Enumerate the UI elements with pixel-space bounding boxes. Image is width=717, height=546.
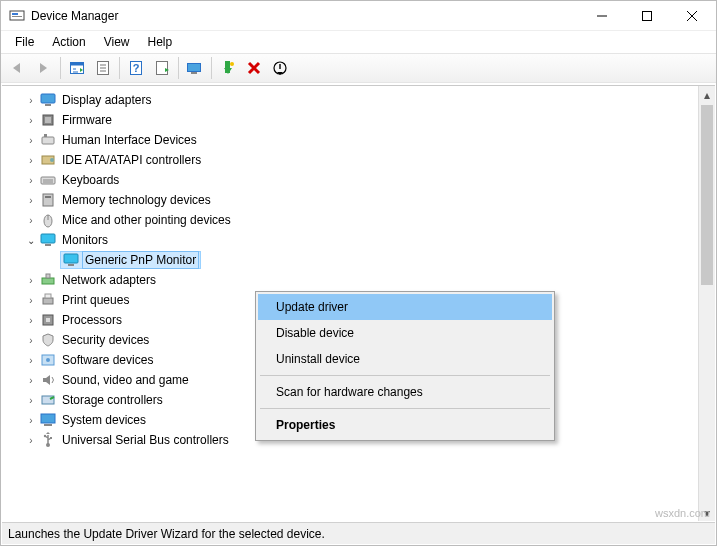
printer-icon	[40, 292, 56, 308]
maximize-button[interactable]	[624, 1, 669, 30]
tree-item-label: Sound, video and game	[60, 372, 191, 388]
chevron-right-icon[interactable]: ›	[24, 375, 38, 386]
network-icon	[40, 272, 56, 288]
tree-item-label: Network adapters	[60, 272, 158, 288]
chevron-right-icon[interactable]: ›	[24, 135, 38, 146]
svg-rect-38	[64, 254, 78, 263]
chevron-down-icon[interactable]: ⌄	[24, 235, 38, 246]
chevron-right-icon[interactable]: ›	[24, 175, 38, 186]
ctx-scan-hardware[interactable]: Scan for hardware changes	[258, 379, 552, 405]
tree-category-item[interactable]: ›Mice and other pointing devices	[8, 210, 698, 230]
svg-rect-17	[191, 72, 197, 74]
tree-item-label: Mice and other pointing devices	[60, 212, 233, 228]
svg-rect-41	[46, 274, 50, 278]
chevron-right-icon[interactable]: ›	[24, 335, 38, 346]
tree-category-item[interactable]: ›Human Interface Devices	[8, 130, 698, 150]
storage-icon	[40, 392, 56, 408]
ctx-update-driver[interactable]: Update driver	[258, 294, 552, 320]
chevron-right-icon[interactable]: ›	[24, 435, 38, 446]
svg-point-28	[50, 158, 54, 162]
tree-item-label: Firmware	[60, 112, 114, 128]
vertical-scrollbar[interactable]: ▴ ▾	[698, 86, 715, 521]
action-toolbar-button[interactable]	[149, 56, 175, 80]
ctx-separator-1	[260, 375, 550, 376]
help-toolbar-button[interactable]: ?	[123, 56, 149, 80]
tree-category-item[interactable]: ›Keyboards	[8, 170, 698, 190]
window-title: Device Manager	[31, 9, 118, 23]
tree-item-label: Human Interface Devices	[60, 132, 199, 148]
monitor-icon	[40, 232, 56, 248]
tree-child-item[interactable]: Generic PnP Monitor	[8, 250, 698, 270]
menu-help[interactable]: Help	[140, 33, 181, 51]
forward-button[interactable]	[31, 56, 57, 80]
update-driver-toolbar-button[interactable]	[215, 56, 241, 80]
tree-category-item[interactable]: ⌄Monitors	[8, 230, 698, 250]
tree-category-item[interactable]: ›Firmware	[8, 110, 698, 130]
status-text: Launches the Update Driver Wizard for th…	[8, 527, 325, 541]
monitor-icon	[63, 252, 79, 268]
svg-rect-50	[44, 424, 52, 426]
scan-hardware-button[interactable]	[182, 56, 208, 80]
svg-rect-16	[188, 64, 201, 72]
ctx-uninstall-device[interactable]: Uninstall device	[258, 346, 552, 372]
tree-item-label: System devices	[60, 412, 148, 428]
tree-item-label: Print queues	[60, 292, 131, 308]
scroll-thumb[interactable]	[701, 105, 713, 285]
app-icon	[9, 8, 25, 24]
tree-category-item[interactable]: ›Memory technology devices	[8, 190, 698, 210]
tree-item-label: Generic PnP Monitor	[83, 252, 198, 268]
tree-category-item[interactable]: ›Display adapters	[8, 90, 698, 110]
tree-category-item[interactable]: ›Network adapters	[8, 270, 698, 290]
svg-text:?: ?	[133, 62, 140, 74]
svg-rect-4	[642, 11, 651, 20]
menubar: File Action View Help	[1, 31, 716, 53]
svg-rect-43	[45, 294, 51, 298]
chevron-right-icon[interactable]: ›	[24, 355, 38, 366]
scroll-track[interactable]	[699, 103, 715, 504]
tree-item-label: Universal Serial Bus controllers	[60, 432, 231, 448]
chip-icon	[40, 112, 56, 128]
chevron-right-icon[interactable]: ›	[24, 295, 38, 306]
mouse-icon	[40, 212, 56, 228]
chevron-right-icon[interactable]: ›	[24, 155, 38, 166]
svg-rect-15	[157, 62, 168, 75]
svg-rect-33	[45, 196, 51, 198]
svg-rect-2	[12, 16, 22, 17]
memory-icon	[40, 192, 56, 208]
svg-point-19	[230, 62, 234, 66]
watermark: wsxdn.com	[655, 507, 710, 519]
close-button[interactable]	[669, 1, 714, 30]
chevron-right-icon[interactable]: ›	[24, 195, 38, 206]
security-icon	[40, 332, 56, 348]
menu-file[interactable]: File	[7, 33, 42, 51]
tree-item-label: IDE ATA/ATAPI controllers	[60, 152, 203, 168]
svg-rect-53	[50, 437, 52, 439]
ctx-disable-device[interactable]: Disable device	[258, 320, 552, 346]
scroll-up-button[interactable]: ▴	[699, 86, 715, 103]
tree-item-label: Monitors	[60, 232, 110, 248]
uninstall-toolbar-button[interactable]	[241, 56, 267, 80]
chevron-right-icon[interactable]: ›	[24, 275, 38, 286]
svg-rect-36	[41, 234, 55, 243]
software-icon	[40, 352, 56, 368]
minimize-button[interactable]	[579, 1, 624, 30]
back-button[interactable]	[5, 56, 31, 80]
chevron-right-icon[interactable]: ›	[24, 315, 38, 326]
ctx-properties[interactable]: Properties	[258, 412, 552, 438]
ctx-separator-2	[260, 408, 550, 409]
disable-toolbar-button[interactable]	[267, 56, 293, 80]
chevron-right-icon[interactable]: ›	[24, 215, 38, 226]
tree-category-item[interactable]: ›IDE ATA/ATAPI controllers	[8, 150, 698, 170]
show-hide-tree-button[interactable]	[64, 56, 90, 80]
menu-action[interactable]: Action	[44, 33, 93, 51]
chevron-right-icon[interactable]: ›	[24, 115, 38, 126]
svg-rect-49	[41, 414, 55, 423]
system-icon	[40, 412, 56, 428]
svg-rect-21	[41, 94, 55, 103]
menu-view[interactable]: View	[96, 33, 138, 51]
keyboard-icon	[40, 172, 56, 188]
properties-toolbar-button[interactable]	[90, 56, 116, 80]
chevron-right-icon[interactable]: ›	[24, 395, 38, 406]
chevron-right-icon[interactable]: ›	[24, 415, 38, 426]
chevron-right-icon[interactable]: ›	[24, 95, 38, 106]
